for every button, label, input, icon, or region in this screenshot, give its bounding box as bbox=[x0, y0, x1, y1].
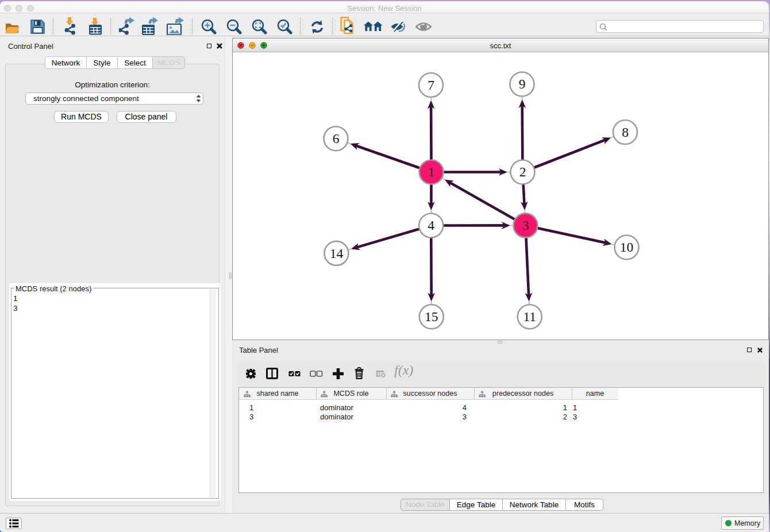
svg-text:3: 3 bbox=[522, 218, 529, 233]
svg-text:10: 10 bbox=[620, 240, 634, 255]
svg-text:4: 4 bbox=[428, 218, 434, 233]
svg-text:1: 1 bbox=[428, 164, 435, 179]
svg-text:2: 2 bbox=[519, 164, 526, 179]
svg-text:11: 11 bbox=[523, 309, 536, 324]
svg-text:15: 15 bbox=[425, 309, 438, 324]
svg-text:7: 7 bbox=[428, 78, 434, 92]
svg-text:14: 14 bbox=[330, 246, 344, 261]
svg-text:9: 9 bbox=[519, 76, 526, 91]
svg-text:8: 8 bbox=[622, 125, 629, 140]
svg-text:6: 6 bbox=[333, 131, 340, 146]
